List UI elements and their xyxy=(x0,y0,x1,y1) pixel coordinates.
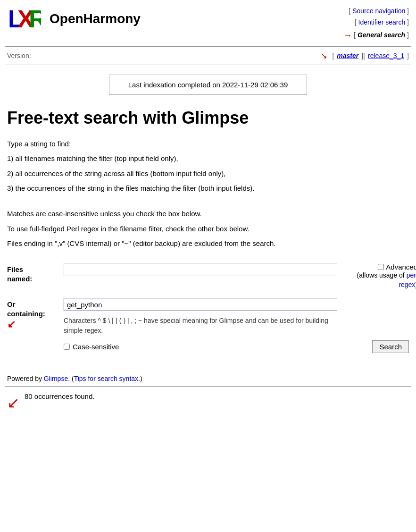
case-sensitive-checkbox[interactable] xyxy=(64,344,70,350)
version-release-link[interactable]: release_3_1 xyxy=(368,52,404,59)
files-named-label: Filesnamed: xyxy=(7,263,64,283)
or-containing-row: Orcontaining: ↙ Characters ^ $ \ [ ] ( )… xyxy=(7,298,409,353)
case-row: Case-sensitive Search xyxy=(64,340,409,353)
general-search-item[interactable]: → [ General search ] xyxy=(343,28,409,43)
advanced-note: (allows usage of perl regex) xyxy=(342,271,416,289)
desc-line4: 3) the occurrences of the string in the … xyxy=(7,183,409,194)
advanced-area: Advanced (allows usage of perl regex) xyxy=(342,263,416,289)
results-arrow-icon: ↙ xyxy=(7,395,20,410)
version-master-link[interactable]: master xyxy=(337,52,358,59)
desc-line3: 2) all occurrences of the string across … xyxy=(7,168,409,179)
or-containing-arrow-icon: ↙ xyxy=(7,319,16,329)
svg-text:R: R xyxy=(29,5,41,33)
description: Type a string to find: 1) all filenames … xyxy=(5,134,411,257)
version-label: Version: xyxy=(7,52,31,59)
version-arrow-icon: ↘ xyxy=(320,51,327,61)
files-named-input[interactable] xyxy=(64,263,337,276)
footer-powered: Powered by Glimpse. (Tips for search syn… xyxy=(5,366,411,387)
case-left: Case-sensitive xyxy=(64,343,119,351)
powered-by-text: Powered by xyxy=(7,375,42,382)
source-nav-item[interactable]: [ Source navigation ] xyxy=(343,6,409,17)
desc-line7: Files ending in ",v" (CVS internal) or "… xyxy=(7,238,409,249)
results-area: ↙ 80 occurrences found. xyxy=(5,387,411,415)
identifier-search-link[interactable]: Identifier search xyxy=(358,18,406,26)
header-nav: [ Source navigation ] [ Identifier searc… xyxy=(343,5,409,42)
files-named-control xyxy=(64,263,337,276)
tips-link[interactable]: Tips for search syntax. xyxy=(74,375,140,382)
site-title: OpenHarmony xyxy=(50,11,141,26)
results-text: 80 occurrences found. xyxy=(25,392,94,400)
indexation-wrapper: Last indexation completed on 2022-11-29 … xyxy=(5,65,411,100)
search-button[interactable]: Search xyxy=(372,340,409,353)
version-bar: Version: ↘ [ master ][ release_3_1 ] xyxy=(5,47,411,65)
advanced-label: Advanced xyxy=(386,263,416,271)
general-search-label: General search xyxy=(358,30,405,41)
desc-line5: Matches are case-insensitive unless you … xyxy=(7,208,409,219)
indexation-box: Last indexation completed on 2022-11-29 … xyxy=(109,75,308,95)
or-containing-control: Characters ^ $ \ [ ] ( ) | , ; ~ have sp… xyxy=(64,298,409,353)
or-containing-label: Orcontaining: ↙ xyxy=(7,298,64,329)
desc-line2: 1) all filenames matching the filter (to… xyxy=(7,153,409,164)
identifier-search-item[interactable]: [ Identifier search ] xyxy=(343,17,409,28)
version-links-area: ↘ [ master ][ release_3_1 ] xyxy=(320,51,409,61)
search-form: Filesnamed: Advanced (allows usage of pe… xyxy=(5,257,411,366)
advanced-row: Advanced xyxy=(378,263,416,271)
glimpse-link[interactable]: Glimpse xyxy=(44,375,68,382)
page-title: Free-text search with Glimpse xyxy=(5,100,411,134)
files-named-row: Filesnamed: Advanced (allows usage of pe… xyxy=(7,263,409,289)
desc-line1: Type a string to find: xyxy=(7,138,409,149)
general-search-arrow-icon: → xyxy=(343,28,352,43)
or-containing-input[interactable] xyxy=(64,298,337,311)
desc-line6: To use full-fledged Perl regex in the fi… xyxy=(7,223,409,234)
source-nav-link[interactable]: Source navigation xyxy=(352,7,405,15)
period: . xyxy=(68,375,70,382)
advanced-checkbox[interactable] xyxy=(378,264,384,270)
glimpse-note: Characters ^ $ \ [ ] ( ) | , ; ~ have sp… xyxy=(64,316,347,336)
case-sensitive-label: Case-sensitive xyxy=(73,343,119,351)
header-left: L X R OpenHarmony xyxy=(7,5,141,33)
header: L X R OpenHarmony [ Source navigation ] … xyxy=(5,0,411,47)
indexation-text: Last indexation completed on 2022-11-29 … xyxy=(128,81,288,89)
lxr-logo: L X R xyxy=(7,5,41,33)
